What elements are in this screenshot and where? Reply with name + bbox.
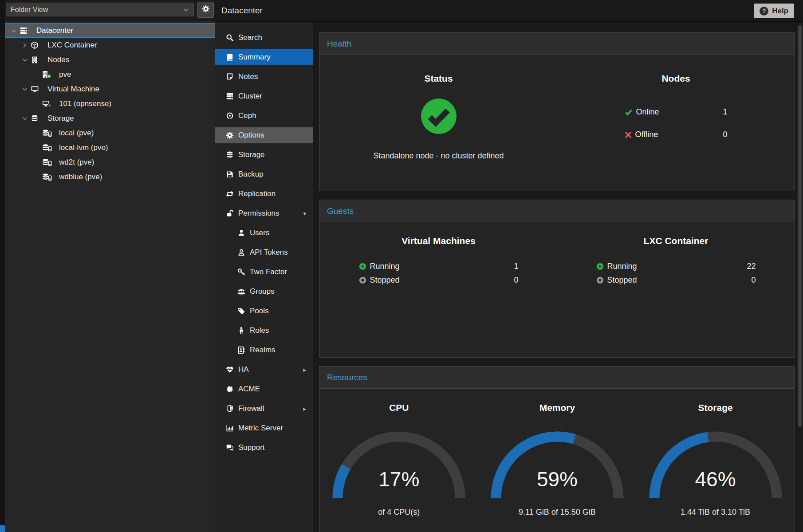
tree-item-pve[interactable]: pve — [5, 67, 215, 82]
nav-item-summary[interactable]: Summary — [215, 49, 313, 65]
guest-row-label: Stopped — [607, 276, 637, 285]
gear-icon — [225, 131, 234, 139]
nav-item-label: Realms — [250, 346, 276, 355]
resources-panel-title: Resources — [320, 366, 795, 389]
nav-item-ceph[interactable]: Ceph — [215, 108, 313, 124]
nav-item-metric-server[interactable]: Metric Server — [215, 420, 313, 436]
nav-item-label: Backup — [238, 170, 264, 179]
note-icon — [225, 73, 234, 81]
nav-item-permissions[interactable]: Permissions▾ — [215, 205, 313, 221]
tree-item-lxc-container[interactable]: LXC Container — [5, 38, 215, 52]
database-drive-icon — [42, 173, 55, 181]
gear-icon — [202, 5, 210, 15]
nav-item-realms[interactable]: Realms — [215, 342, 313, 358]
health-panel: Health Status Standalone node - no clust… — [319, 32, 795, 191]
nav-item-backup[interactable]: Backup — [215, 166, 313, 182]
gauge-heading: Storage — [636, 389, 795, 413]
gauge-heading: Memory — [478, 389, 637, 413]
tree-item-label: Nodes — [47, 55, 69, 64]
help-button[interactable]: ? Help — [754, 4, 794, 18]
database-drive-icon — [42, 129, 55, 137]
resource-tree-sidebar: Folder View DatacenterLXC ContainerNodes… — [0, 0, 215, 532]
guest-row-value: 22 — [747, 262, 756, 271]
chevron-down-icon[interactable] — [11, 28, 20, 33]
guest-status-table: Running1Stopped0 — [359, 260, 519, 287]
nav-item-users[interactable]: Users — [215, 225, 313, 241]
nav-item-firewall[interactable]: Firewall▸ — [215, 401, 313, 417]
tree-item-label: pve — [59, 70, 71, 79]
tree-item-local-lvm-pve[interactable]: local-lvm (pve) — [5, 140, 215, 155]
tree-item-101-opnsense[interactable]: 101 (opnsense) — [5, 96, 215, 111]
nav-item-label: Cluster — [238, 92, 262, 101]
monitor-play-icon — [42, 100, 55, 108]
nav-item-label: ACME — [238, 385, 260, 394]
nav-item-label: Permissions — [238, 209, 279, 218]
vertical-scrollbar[interactable] — [797, 22, 803, 532]
nav-item-replication[interactable]: Replication — [215, 186, 313, 202]
nav-item-pools[interactable]: Pools — [215, 303, 313, 319]
nav-item-api-tokens[interactable]: API Tokens — [215, 244, 313, 260]
person-icon — [236, 327, 246, 335]
tree-item-label: LXC Container — [47, 41, 97, 50]
book-icon — [225, 53, 234, 61]
content-row: SearchSummaryNotesClusterCephOptionsStor… — [215, 22, 803, 532]
cube-icon — [31, 41, 44, 49]
nav-item-acme[interactable]: ACME — [215, 381, 313, 397]
tree-item-wd2t-pve[interactable]: wd2t (pve) — [5, 155, 215, 169]
seal-icon — [225, 385, 234, 393]
topbar: Datacenter ? Help — [215, 0, 803, 22]
database-drive-icon — [42, 158, 55, 166]
nav-item-label: Groups — [250, 287, 275, 296]
nav-item-roles[interactable]: Roles — [215, 323, 313, 339]
nav-item-two-factor[interactable]: Two Factor — [215, 264, 313, 280]
nav-item-ha[interactable]: HA▸ — [215, 362, 313, 378]
tree-item-nodes[interactable]: Nodes — [5, 52, 215, 67]
nav-item-label: Metric Server — [238, 424, 283, 433]
scrollbar-thumb[interactable] — [798, 25, 802, 427]
nav-item-search[interactable]: Search — [215, 30, 313, 46]
guest-row-running: Running1 — [359, 260, 519, 273]
chevron-down-icon — [183, 7, 189, 12]
chevron-down-icon[interactable] — [22, 116, 31, 121]
tree-item-label: wd2t (pve) — [59, 158, 94, 167]
shield-icon — [225, 405, 234, 413]
nav-item-options[interactable]: Options — [215, 127, 313, 143]
key-icon — [236, 268, 246, 276]
tree-item-virtual-machine[interactable]: Virtual Machine — [5, 82, 215, 96]
guest-row-value: 1 — [514, 262, 518, 271]
gauge-detail: 9.11 GiB of 15.50 GiB — [478, 508, 637, 517]
tree-item-datacenter[interactable]: Datacenter — [5, 23, 215, 38]
view-mode-select[interactable]: Folder View — [6, 3, 194, 16]
nav-item-storage[interactable]: Storage — [215, 147, 313, 163]
guest-row-running: Running22 — [596, 260, 756, 273]
help-button-label: Help — [772, 7, 788, 16]
tree-settings-button[interactable] — [197, 2, 214, 18]
nav-item-cluster[interactable]: Cluster — [215, 88, 313, 104]
building-icon — [31, 56, 44, 64]
nav-item-notes[interactable]: Notes — [215, 69, 313, 85]
nav-item-support[interactable]: Support — [215, 440, 313, 456]
chevron-right-icon[interactable] — [22, 42, 31, 48]
play-circle-icon — [596, 263, 604, 270]
bar-chart-icon — [225, 424, 234, 432]
gauge-storage: Storage46%1.44 TiB of 3.10 TiB — [636, 389, 795, 532]
ceph-icon — [225, 112, 234, 120]
cluster-status-message: Standalone node - no cluster defined — [320, 151, 557, 161]
nodes-column: Nodes Online1Offline0 — [557, 55, 795, 191]
tree-item-local-pve[interactable]: local (pve) — [5, 126, 215, 140]
node-status-row-online: Online1 — [625, 101, 728, 123]
tree-item-wdblue-pve[interactable]: wdblue (pve) — [5, 169, 215, 184]
nav-item-groups[interactable]: Groups — [215, 284, 313, 299]
chevron-down-icon[interactable] — [22, 57, 31, 63]
submenu-collapsed-icon: ▸ — [303, 366, 306, 373]
floppy-icon — [225, 170, 234, 178]
building-check-icon — [42, 71, 55, 79]
nav-item-label: Pools — [250, 307, 269, 315]
database-drive-icon — [42, 144, 55, 152]
chevron-down-icon[interactable] — [22, 87, 31, 92]
right-region: Datacenter ? Help SearchSummaryNotesClus… — [215, 0, 803, 532]
splitter-collapse-handle[interactable] — [0, 525, 5, 532]
nav-item-label: Options — [238, 131, 264, 140]
nav-item-label: Summary — [238, 53, 271, 62]
tree-item-storage[interactable]: Storage — [5, 111, 215, 126]
